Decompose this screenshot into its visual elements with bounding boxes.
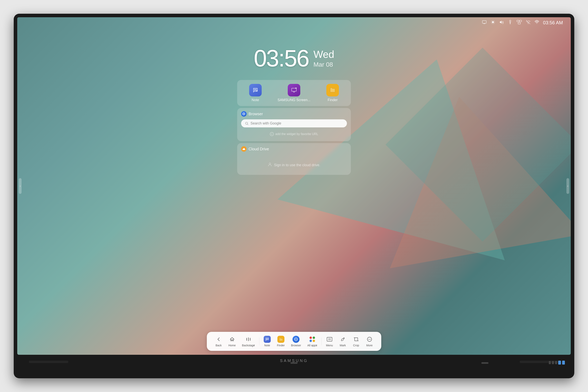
app-finder[interactable]: Finder <box>326 84 339 102</box>
note-app-icon <box>249 84 262 96</box>
bezel-center-button <box>290 362 298 364</box>
cloud-header-icon <box>241 146 246 152</box>
svg-point-48 <box>368 339 369 340</box>
usb-icon <box>508 20 512 26</box>
backstage-icon <box>245 336 252 343</box>
widgets-container: Note SAMSUNG Screen... <box>237 80 351 175</box>
mark-label: Mark <box>340 344 346 347</box>
search-placeholder: Search with Google <box>250 121 343 126</box>
taskbar-allapps[interactable]: All apps ▾ <box>304 334 320 348</box>
tv-bezel-bottom: SAMSUNG <box>17 355 571 366</box>
taskbar-crop[interactable]: Crop <box>350 334 362 348</box>
taskbar-finder[interactable]: Finder <box>274 334 288 348</box>
svg-rect-17 <box>518 22 520 24</box>
taskbar-divider-1 <box>259 338 259 345</box>
port-usb-2 <box>562 361 565 364</box>
taskbar-back[interactable]: Back <box>212 334 225 348</box>
svg-point-1 <box>492 21 494 23</box>
browser-search-bar[interactable]: Search with Google <box>241 119 347 128</box>
svg-point-14 <box>510 23 510 24</box>
menu-label: Menu <box>326 344 333 347</box>
add-url-label: add the widget by favorite URL <box>276 132 318 136</box>
mark-taskbar-icon <box>339 336 346 343</box>
svg-point-50 <box>370 339 371 340</box>
screen-share-icon <box>516 20 522 26</box>
browser-widget-title: Browser <box>248 112 263 116</box>
note-taskbar-icon <box>264 336 271 343</box>
status-time: 03:56 AM <box>543 20 563 26</box>
backstage-chevron: ▾ <box>254 344 255 346</box>
tv-device: 03:56 AM 03:56 Wed Mar 08 › ‹ <box>14 14 574 378</box>
clock-date: Wed Mar 08 <box>314 48 334 68</box>
note-app-label: Note <box>252 98 259 102</box>
taskbar-note[interactable]: Note <box>261 334 274 348</box>
left-edge-handle[interactable]: › <box>19 178 22 194</box>
svg-line-9 <box>494 20 494 21</box>
clock-area: 03:56 Wed Mar 08 <box>254 45 334 72</box>
svg-point-49 <box>369 339 370 340</box>
wifi-icon <box>534 20 539 26</box>
bezel-right-button <box>482 362 488 364</box>
note-taskbar-label: Note <box>264 344 270 347</box>
clock-month: Mar 08 <box>314 61 334 68</box>
svg-rect-44 <box>354 338 358 341</box>
taskbar-mark[interactable]: Mark <box>336 334 349 348</box>
network-off-icon <box>526 20 530 26</box>
brightness-icon <box>490 20 495 26</box>
menu-taskbar-icon <box>326 336 333 343</box>
svg-marker-10 <box>500 20 502 24</box>
home-icon <box>228 336 236 343</box>
dot-blue <box>310 340 312 342</box>
volume-icon <box>499 20 504 26</box>
allapps-taskbar-icon <box>309 336 316 343</box>
clock-time: 03:56 <box>254 45 309 72</box>
svg-point-29 <box>246 122 248 124</box>
svg-rect-15 <box>517 20 519 22</box>
screen-mirror-icon <box>482 20 487 26</box>
finder-app-icon <box>326 84 339 96</box>
status-bar: 03:56 AM <box>17 17 571 28</box>
browser-header-icon <box>241 111 246 116</box>
samsung-screen-icon <box>288 84 300 96</box>
bezel-ports <box>549 361 565 364</box>
crop-label: Crop <box>353 344 359 347</box>
port-hdmi-2 <box>552 361 554 364</box>
dot-green <box>312 336 315 339</box>
dot-yellow <box>312 340 315 342</box>
samsung-screen-label: SAMSUNG Screen... <box>278 98 310 102</box>
more-label: More <box>366 344 372 347</box>
finder-app-label: Finder <box>328 98 338 102</box>
apps-widget: Note SAMSUNG Screen... <box>237 80 351 106</box>
backstage-label: Backstage <box>242 344 255 347</box>
speaker-left <box>29 361 68 363</box>
svg-line-30 <box>248 124 248 125</box>
right-edge-handle[interactable]: ‹ <box>566 178 569 194</box>
app-note[interactable]: Note <box>249 84 262 102</box>
port-av <box>555 361 557 364</box>
app-samsung-screen[interactable]: SAMSUNG Screen... <box>278 84 310 102</box>
cloud-widget-header: Cloud Drive <box>241 146 347 152</box>
browser-taskbar-label: Browser <box>291 344 301 347</box>
cloud-sign-in-area[interactable]: Sign in to use the cloud drive. <box>241 154 347 172</box>
svg-line-8 <box>491 23 492 24</box>
search-icon <box>245 122 248 125</box>
taskbar-backstage[interactable]: Backstage ▾ <box>239 334 258 348</box>
svg-rect-40 <box>327 337 332 341</box>
cloud-widget-title: Cloud Drive <box>248 147 269 151</box>
taskbar-menu[interactable]: Menu <box>323 334 336 348</box>
finder-taskbar-label: Finder <box>277 344 285 347</box>
cloud-sign-in-text: Sign in to use the cloud drive. <box>274 163 320 167</box>
finder-taskbar-icon <box>277 336 284 343</box>
svg-line-7 <box>494 23 494 24</box>
add-url-area[interactable]: + add the widget by favorite URL <box>241 130 347 138</box>
svg-rect-11 <box>510 20 511 22</box>
person-icon <box>268 162 272 168</box>
taskbar-home[interactable]: Home <box>226 334 238 348</box>
back-icon <box>215 336 222 343</box>
port-hdmi-1 <box>549 361 551 364</box>
dot-red <box>310 336 312 339</box>
taskbar-divider-2 <box>322 338 322 345</box>
svg-line-43 <box>343 338 344 339</box>
taskbar-more[interactable]: More <box>363 334 376 348</box>
taskbar-browser[interactable]: Browser <box>288 334 304 348</box>
